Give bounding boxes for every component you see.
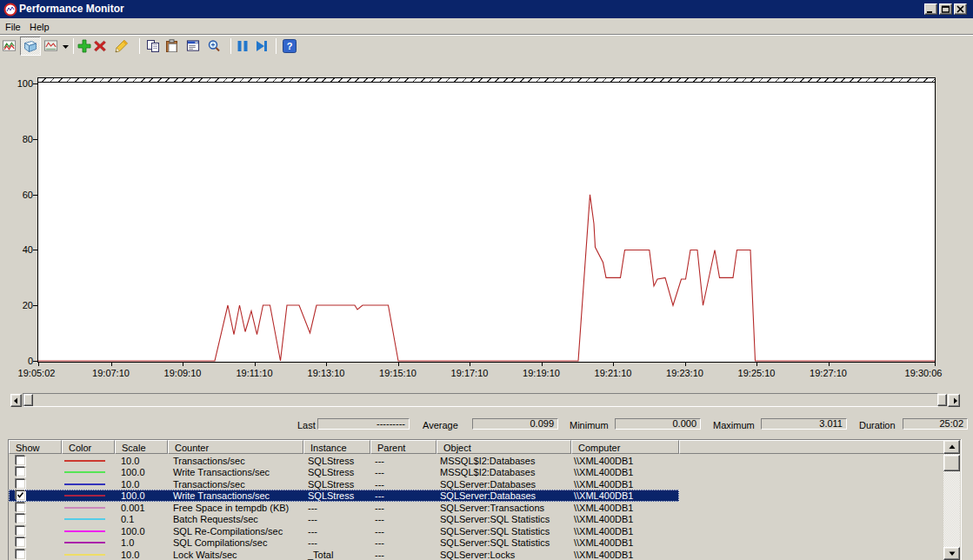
svg-text:?: ?: [287, 41, 293, 51]
